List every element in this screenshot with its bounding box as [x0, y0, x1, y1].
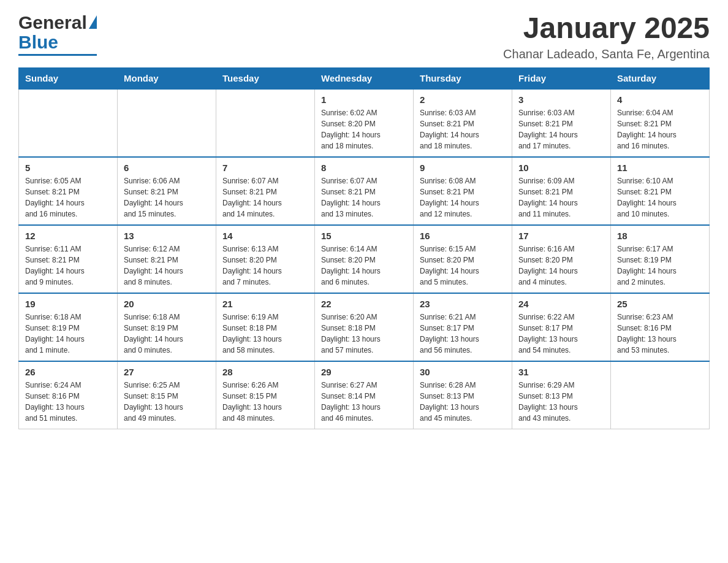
day-number: 28: [222, 367, 308, 377]
calendar-cell: 2Sunrise: 6:03 AMSunset: 8:21 PMDaylight…: [414, 89, 512, 157]
day-number: 29: [321, 367, 407, 377]
calendar-cell: 7Sunrise: 6:07 AMSunset: 8:21 PMDaylight…: [216, 157, 315, 225]
calendar-cell: 14Sunrise: 6:13 AMSunset: 8:20 PMDayligh…: [216, 225, 315, 293]
day-number: 11: [617, 163, 703, 173]
calendar-cell: 20Sunrise: 6:18 AMSunset: 8:19 PMDayligh…: [118, 293, 216, 361]
title-block: January 2025 Chanar Ladeado, Santa Fe, A…: [503, 12, 710, 61]
calendar-cell: 3Sunrise: 6:03 AMSunset: 8:21 PMDaylight…: [512, 89, 611, 157]
day-info: Sunrise: 6:18 AMSunset: 8:19 PMDaylight:…: [25, 312, 111, 356]
calendar-cell: 22Sunrise: 6:20 AMSunset: 8:18 PMDayligh…: [315, 293, 414, 361]
day-info: Sunrise: 6:10 AMSunset: 8:21 PMDaylight:…: [617, 175, 703, 220]
calendar-week-2: 5Sunrise: 6:05 AMSunset: 8:21 PMDaylight…: [19, 157, 710, 225]
calendar-week-5: 26Sunrise: 6:24 AMSunset: 8:16 PMDayligh…: [19, 361, 710, 429]
day-number: 20: [124, 299, 210, 309]
day-number: 7: [222, 163, 308, 173]
day-info: Sunrise: 6:26 AMSunset: 8:15 PMDaylight:…: [222, 380, 308, 424]
calendar-week-3: 12Sunrise: 6:11 AMSunset: 8:21 PMDayligh…: [19, 225, 710, 293]
calendar-cell: 15Sunrise: 6:14 AMSunset: 8:20 PMDayligh…: [315, 225, 414, 293]
day-number: 26: [25, 367, 111, 377]
day-number: 13: [124, 231, 210, 241]
day-info: Sunrise: 6:07 AMSunset: 8:21 PMDaylight:…: [321, 175, 407, 220]
calendar-cell: 19Sunrise: 6:18 AMSunset: 8:19 PMDayligh…: [19, 293, 118, 361]
day-info: Sunrise: 6:06 AMSunset: 8:21 PMDaylight:…: [124, 175, 210, 220]
day-number: 18: [617, 231, 703, 241]
calendar-cell: 29Sunrise: 6:27 AMSunset: 8:14 PMDayligh…: [315, 361, 414, 429]
day-number: 2: [420, 94, 506, 105]
calendar-cell: 4Sunrise: 6:04 AMSunset: 8:21 PMDaylight…: [611, 89, 710, 157]
day-number: 3: [518, 94, 604, 105]
calendar-cell: 10Sunrise: 6:09 AMSunset: 8:21 PMDayligh…: [512, 157, 611, 225]
calendar-cell: 31Sunrise: 6:29 AMSunset: 8:13 PMDayligh…: [512, 361, 611, 429]
day-number: 22: [321, 299, 407, 309]
day-info: Sunrise: 6:03 AMSunset: 8:21 PMDaylight:…: [518, 107, 604, 151]
col-header-monday: Monday: [118, 67, 216, 89]
day-info: Sunrise: 6:23 AMSunset: 8:16 PMDaylight:…: [617, 312, 703, 356]
calendar-cell: [611, 361, 710, 429]
col-header-sunday: Sunday: [19, 67, 118, 89]
day-number: 1: [321, 94, 407, 105]
day-info: Sunrise: 6:02 AMSunset: 8:20 PMDaylight:…: [321, 107, 407, 151]
logo-underline: [18, 54, 97, 56]
calendar-cell: 1Sunrise: 6:02 AMSunset: 8:20 PMDaylight…: [315, 89, 414, 157]
day-info: Sunrise: 6:24 AMSunset: 8:16 PMDaylight:…: [25, 380, 111, 424]
calendar-cell: 25Sunrise: 6:23 AMSunset: 8:16 PMDayligh…: [611, 293, 710, 361]
day-info: Sunrise: 6:12 AMSunset: 8:21 PMDaylight:…: [124, 243, 210, 288]
day-info: Sunrise: 6:03 AMSunset: 8:21 PMDaylight:…: [420, 107, 506, 151]
calendar-cell: 12Sunrise: 6:11 AMSunset: 8:21 PMDayligh…: [19, 225, 118, 293]
calendar-cell: 17Sunrise: 6:16 AMSunset: 8:20 PMDayligh…: [512, 225, 611, 293]
calendar-cell: 27Sunrise: 6:25 AMSunset: 8:15 PMDayligh…: [118, 361, 216, 429]
day-info: Sunrise: 6:09 AMSunset: 8:21 PMDaylight:…: [518, 175, 604, 220]
calendar-cell: 8Sunrise: 6:07 AMSunset: 8:21 PMDaylight…: [315, 157, 414, 225]
col-header-saturday: Saturday: [611, 67, 710, 89]
day-info: Sunrise: 6:11 AMSunset: 8:21 PMDaylight:…: [25, 243, 111, 288]
day-number: 27: [124, 367, 210, 377]
day-number: 15: [321, 231, 407, 241]
day-info: Sunrise: 6:25 AMSunset: 8:15 PMDaylight:…: [124, 380, 210, 424]
calendar-cell: 24Sunrise: 6:22 AMSunset: 8:17 PMDayligh…: [512, 293, 611, 361]
day-number: 25: [617, 299, 703, 309]
calendar-header-row: SundayMondayTuesdayWednesdayThursdayFrid…: [19, 67, 710, 89]
logo-general-text: General: [18, 12, 87, 33]
calendar-cell: 26Sunrise: 6:24 AMSunset: 8:16 PMDayligh…: [19, 361, 118, 429]
month-year-title: January 2025: [503, 12, 710, 45]
day-info: Sunrise: 6:08 AMSunset: 8:21 PMDaylight:…: [420, 175, 506, 220]
day-number: 10: [518, 163, 604, 173]
col-header-thursday: Thursday: [414, 67, 512, 89]
calendar-cell: 6Sunrise: 6:06 AMSunset: 8:21 PMDaylight…: [118, 157, 216, 225]
day-info: Sunrise: 6:22 AMSunset: 8:17 PMDaylight:…: [518, 312, 604, 356]
calendar-cell: 16Sunrise: 6:15 AMSunset: 8:20 PMDayligh…: [414, 225, 512, 293]
location-subtitle: Chanar Ladeado, Santa Fe, Argentina: [503, 47, 710, 61]
calendar-cell: 23Sunrise: 6:21 AMSunset: 8:17 PMDayligh…: [414, 293, 512, 361]
day-info: Sunrise: 6:19 AMSunset: 8:18 PMDaylight:…: [222, 312, 308, 356]
logo-graphic: General Blue: [18, 12, 97, 56]
calendar-cell: 18Sunrise: 6:17 AMSunset: 8:19 PMDayligh…: [611, 225, 710, 293]
day-number: 17: [518, 231, 604, 241]
day-number: 9: [420, 163, 506, 173]
day-number: 8: [321, 163, 407, 173]
calendar-cell: 9Sunrise: 6:08 AMSunset: 8:21 PMDaylight…: [414, 157, 512, 225]
page-header: General Blue January 2025 Chanar Ladeado…: [18, 12, 710, 61]
day-number: 14: [222, 231, 308, 241]
day-number: 5: [25, 163, 111, 173]
day-number: 12: [25, 231, 111, 241]
calendar-cell: 5Sunrise: 6:05 AMSunset: 8:21 PMDaylight…: [19, 157, 118, 225]
day-number: 19: [25, 299, 111, 309]
day-number: 23: [420, 299, 506, 309]
logo: General Blue: [18, 12, 97, 56]
calendar-week-1: 1Sunrise: 6:02 AMSunset: 8:20 PMDaylight…: [19, 89, 710, 157]
calendar-cell: 28Sunrise: 6:26 AMSunset: 8:15 PMDayligh…: [216, 361, 315, 429]
day-info: Sunrise: 6:17 AMSunset: 8:19 PMDaylight:…: [617, 243, 703, 288]
day-info: Sunrise: 6:04 AMSunset: 8:21 PMDaylight:…: [617, 107, 703, 151]
day-number: 16: [420, 231, 506, 241]
col-header-friday: Friday: [512, 67, 611, 89]
day-number: 6: [124, 163, 210, 173]
day-info: Sunrise: 6:21 AMSunset: 8:17 PMDaylight:…: [420, 312, 506, 356]
logo-triangle-icon: [89, 15, 97, 29]
day-info: Sunrise: 6:14 AMSunset: 8:20 PMDaylight:…: [321, 243, 407, 288]
day-info: Sunrise: 6:05 AMSunset: 8:21 PMDaylight:…: [25, 175, 111, 220]
day-info: Sunrise: 6:29 AMSunset: 8:13 PMDaylight:…: [518, 380, 604, 424]
day-number: 31: [518, 367, 604, 377]
day-info: Sunrise: 6:27 AMSunset: 8:14 PMDaylight:…: [321, 380, 407, 424]
day-number: 24: [518, 299, 604, 309]
day-info: Sunrise: 6:28 AMSunset: 8:13 PMDaylight:…: [420, 380, 506, 424]
